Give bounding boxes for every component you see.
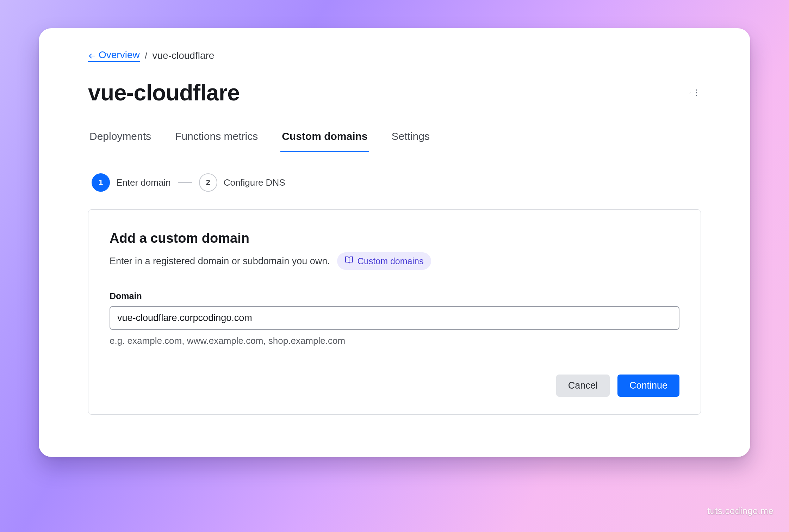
- watermark: tuts.codingo.me: [707, 506, 774, 516]
- domain-input[interactable]: [110, 306, 679, 330]
- breadcrumb-separator: /: [143, 50, 149, 61]
- tab-deployments[interactable]: Deployments: [88, 130, 153, 152]
- step-label: Configure DNS: [224, 177, 285, 188]
- docs-pill[interactable]: Custom domains: [337, 252, 431, 270]
- title-row: vue-cloudflare ⋮: [88, 80, 701, 106]
- breadcrumb-current: vue-cloudflare: [152, 50, 214, 61]
- add-domain-panel: Add a custom domain Enter in a registere…: [88, 209, 701, 415]
- book-icon: [345, 256, 353, 266]
- step-number: 2: [199, 173, 217, 192]
- breadcrumb: Overview / vue-cloudflare: [88, 49, 701, 62]
- step-label: Enter domain: [116, 177, 171, 188]
- tab-custom-domains[interactable]: Custom domains: [280, 130, 369, 152]
- page-title: vue-cloudflare: [88, 80, 240, 106]
- step-configure-dns: 2 Configure DNS: [199, 173, 285, 192]
- step-connector: [178, 182, 192, 183]
- panel-subtitle: Enter in a registered domain or subdomai…: [110, 256, 330, 267]
- panel-actions: Cancel Continue: [110, 375, 679, 397]
- kebab-icon: ⋮: [692, 88, 701, 97]
- cancel-button[interactable]: Cancel: [556, 375, 610, 397]
- tabs: Deployments Functions metrics Custom dom…: [88, 130, 701, 152]
- domain-hint: e.g. example.com, www.example.com, shop.…: [110, 335, 679, 346]
- panel-subtitle-row: Enter in a registered domain or subdomai…: [110, 252, 679, 270]
- github-icon[interactable]: ⋮: [689, 87, 701, 99]
- stepper: 1 Enter domain 2 Configure DNS: [88, 173, 701, 192]
- step-number: 1: [92, 173, 110, 192]
- tab-settings[interactable]: Settings: [390, 130, 431, 152]
- step-enter-domain: 1 Enter domain: [92, 173, 171, 192]
- domain-field-label: Domain: [110, 291, 679, 301]
- breadcrumb-back-link[interactable]: Overview: [88, 49, 140, 62]
- breadcrumb-back-label: Overview: [99, 49, 140, 61]
- docs-pill-label: Custom domains: [358, 256, 424, 266]
- continue-button[interactable]: Continue: [617, 375, 679, 397]
- tab-functions-metrics[interactable]: Functions metrics: [174, 130, 259, 152]
- page-card: Overview / vue-cloudflare vue-cloudflare…: [39, 28, 750, 457]
- panel-title: Add a custom domain: [110, 231, 679, 246]
- arrow-left-icon: [88, 51, 96, 59]
